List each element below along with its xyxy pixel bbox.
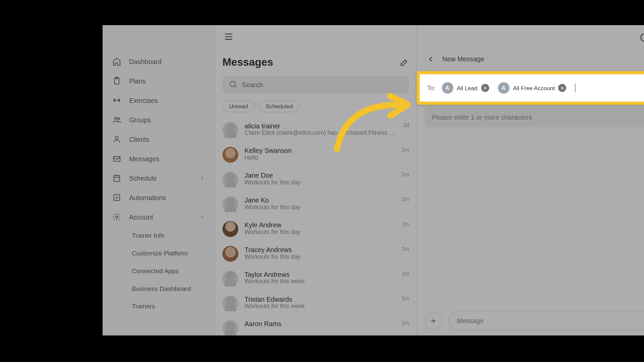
back-arrow-icon[interactable]	[426, 55, 435, 63]
sidebar-item-account[interactable]: Account	[103, 207, 215, 227]
thread-name: Taylor Andrews	[245, 270, 395, 278]
svg-rect-5	[113, 157, 120, 161]
sidebar-item-messages[interactable]: Messages	[103, 149, 215, 168]
sidebar-sub-trainers[interactable]: Trainers	[103, 297, 215, 315]
thread-item[interactable]: Kelley SwansonHello1m	[215, 142, 416, 167]
message-input[interactable]: Message	[448, 311, 644, 330]
sidebar-item-plans[interactable]: Plans	[103, 71, 215, 90]
search-input[interactable]	[222, 75, 409, 93]
avatar	[222, 196, 238, 212]
thread-preview: Hello	[245, 154, 395, 161]
sidebar-item-clients[interactable]: Clients	[103, 129, 215, 149]
sidebar-item-automations[interactable]: Automations	[103, 188, 215, 207]
sidebar-item-schedule[interactable]: Schedule	[103, 168, 215, 188]
thread-item[interactable]: Jane KoWorkouts for this day1m	[215, 192, 416, 217]
chevron-right-icon	[199, 175, 205, 181]
thread-list[interactable]: alicia trainerClaire Elliot (claire@elli…	[215, 118, 416, 336]
filter-scheduled[interactable]: Scheduled	[259, 100, 300, 112]
thread-item[interactable]: Jane DoeWorkouts for this day1m	[215, 167, 416, 192]
sidebar-label: Messages	[129, 155, 159, 162]
add-attachment-button[interactable]	[425, 312, 442, 329]
avatar	[222, 320, 238, 336]
search-hint: Please enter 1 or more characters	[425, 107, 644, 127]
thread-time: 1m	[402, 320, 409, 326]
sidebar-label: Schedule	[129, 174, 157, 182]
mail-icon	[112, 154, 121, 163]
sidebar-item-groups[interactable]: Groups	[103, 110, 215, 129]
hamburger-icon[interactable]	[223, 32, 234, 42]
recipient-pill[interactable]: AAll Free Account✕	[496, 81, 569, 95]
svg-rect-7	[114, 195, 120, 201]
thread-item[interactable]: Tristan EdwardsWorkouts for this week1m	[215, 291, 416, 316]
person-icon	[112, 135, 121, 143]
search-field[interactable]	[242, 81, 403, 88]
app-shell: Dashboard Plans Exercises Groups Clients…	[103, 25, 644, 336]
compose-bar: Message	[425, 311, 644, 330]
avatar	[222, 122, 238, 138]
thread-name: Kyle Andrew	[245, 221, 395, 228]
avatar	[222, 147, 238, 163]
thread-name: Aaron Rams	[245, 320, 395, 327]
to-field[interactable]: To: AAll Lead✕AAll Free Account✕	[420, 75, 644, 101]
thread-preview: Workouts for this day	[245, 179, 395, 186]
filter-unread[interactable]: Unread	[222, 100, 255, 112]
calendar-icon	[112, 174, 121, 182]
gear-icon	[112, 213, 121, 221]
thread-preview: Workouts for this day	[245, 253, 395, 260]
thread-item[interactable]: Aaron Rams1m	[215, 315, 416, 335]
thread-time: 1m	[402, 221, 409, 227]
sidebar-sub-business-dashboard[interactable]: Business Dashboard	[103, 280, 215, 298]
to-label: To:	[427, 84, 436, 92]
thread-item[interactable]: alicia trainerClaire Elliot (claire@elli…	[215, 118, 416, 142]
thread-name: alicia trainer	[245, 122, 397, 129]
pill-label: All Free Account	[513, 85, 555, 92]
pill-label: All Lead	[457, 85, 478, 92]
avatar	[222, 172, 238, 187]
sidebar-label: Automations	[129, 194, 166, 201]
thread-preview: Claire Elliot (claire@elliot.com) has pu…	[245, 129, 397, 136]
svg-point-3	[118, 118, 119, 119]
svg-rect-6	[114, 176, 120, 182]
recipient-pill[interactable]: AAll Lead✕	[440, 81, 492, 95]
people-icon	[112, 115, 121, 124]
compose-icon[interactable]	[399, 57, 409, 67]
svg-point-14	[230, 81, 235, 86]
thread-name: Jane Doe	[245, 172, 395, 179]
text-cursor	[575, 83, 576, 92]
sidebar-sub-connected-apps[interactable]: Connected Apps	[103, 262, 215, 280]
sidebar-sub-customize-platform[interactable]: Customize Platform	[103, 244, 215, 262]
dumbbell-icon	[112, 96, 121, 105]
avatar	[222, 270, 238, 286]
search-icon	[229, 80, 237, 89]
avatar	[222, 221, 238, 237]
pill-badge: A	[442, 82, 453, 94]
detail-title: New Message	[442, 55, 484, 63]
avatar	[222, 295, 238, 311]
sidebar-label: Account	[129, 213, 153, 221]
thread-item[interactable]: Taylor AndrewsWorkouts for this week1m	[215, 266, 416, 291]
sidebar-item-dashboard[interactable]: Dashboard	[103, 52, 215, 71]
thread-preview: Workouts for this day	[245, 204, 395, 210]
thread-time: 1m	[402, 270, 409, 277]
pill-badge: A	[498, 82, 509, 94]
sidebar-item-exercises[interactable]: Exercises	[103, 90, 215, 110]
thread-item[interactable]: Kyle AndrewWorkouts for this day1m	[215, 217, 416, 241]
sidebar-label: Exercises	[129, 97, 158, 104]
avatar	[222, 246, 238, 261]
thread-time: 2d	[403, 122, 409, 128]
thread-item[interactable]: Tracey AndrewsWorkouts for this day1m	[215, 241, 416, 266]
thread-name: Kelley Swanson	[245, 147, 395, 154]
thread-time: 1m	[402, 295, 409, 301]
thread-time: 1m	[402, 246, 409, 252]
thread-time: 1m	[402, 172, 409, 178]
svg-point-2	[115, 117, 117, 120]
thread-time: 1m	[402, 147, 409, 153]
thread-name: Jane Ko	[245, 196, 395, 203]
svg-point-4	[115, 136, 118, 139]
pill-remove-icon[interactable]: ✕	[558, 84, 567, 92]
thread-name: Tracey Andrews	[245, 246, 395, 253]
sidebar-sub-trainer-info[interactable]: Trainer Info	[103, 227, 215, 244]
pill-remove-icon[interactable]: ✕	[481, 84, 489, 92]
page-title: Messages	[222, 56, 273, 68]
sidebar-label: Dashboard	[129, 58, 162, 65]
